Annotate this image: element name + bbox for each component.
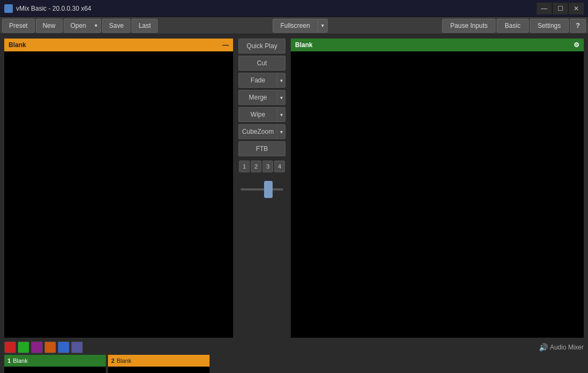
input-1-number: 1 xyxy=(7,357,11,364)
input-1-label-bar: 1 Blank xyxy=(4,355,106,367)
merge-arrow[interactable]: ▾ xyxy=(277,90,285,105)
fade-group: Fade ▾ xyxy=(238,73,285,88)
color-swatch-red[interactable] xyxy=(4,341,16,353)
cut-button[interactable]: Cut xyxy=(238,56,285,71)
window-controls: — ☐ ✕ xyxy=(537,3,584,14)
cubezoom-arrow[interactable]: ▾ xyxy=(277,124,285,139)
app-icon xyxy=(4,4,13,13)
right-menu-buttons: Pause Inputs Basic Settings ? xyxy=(442,19,586,33)
input-2-number: 2 xyxy=(111,357,114,364)
inputs-area: 1 Blank Close Quick Play Cut Loop 1 2 3 … xyxy=(0,355,588,373)
basic-button[interactable]: Basic xyxy=(497,19,528,33)
cubezoom-group: CubeZoom ▾ xyxy=(238,124,285,139)
pause-inputs-button[interactable]: Pause Inputs xyxy=(442,19,496,33)
chevron-down-icon: ▾ xyxy=(321,22,324,28)
preset-button[interactable]: Preset xyxy=(2,19,35,33)
wipe-group: Wipe ▾ xyxy=(238,107,285,122)
fullscreen-group: Fullscreen ▾ xyxy=(273,19,328,33)
fade-arrow[interactable]: ▾ xyxy=(277,73,285,88)
quick-play-button[interactable]: Quick Play xyxy=(238,39,285,54)
output-panel: Blank ⚙ xyxy=(289,34,588,340)
close-button[interactable]: ✕ xyxy=(569,3,584,14)
fullscreen-button[interactable]: Fullscreen xyxy=(273,19,318,33)
maximize-button[interactable]: ☐ xyxy=(553,3,568,14)
output-gear-icon[interactable]: ⚙ xyxy=(574,41,579,49)
input-clip-2: 2 Blank Close Quick Play Cut Loop 1 2 3 … xyxy=(108,355,210,373)
fullscreen-arrow[interactable]: ▾ xyxy=(318,19,328,33)
preview-label-bar: Blank — xyxy=(4,39,233,51)
color-swatch-purple[interactable] xyxy=(31,341,43,353)
open-arrow[interactable]: ▾ xyxy=(91,19,101,33)
input-1-screen xyxy=(4,367,106,373)
chevron-down-icon: ▾ xyxy=(280,129,283,135)
slider-thumb[interactable] xyxy=(264,181,273,198)
open-button[interactable]: Open xyxy=(64,19,93,33)
color-row xyxy=(4,341,83,353)
title-bar: vMix Basic - 20.0.0.30 x64 — ☐ ✕ xyxy=(0,0,588,17)
chevron-down-icon: ▾ xyxy=(95,22,97,28)
save-button[interactable]: Save xyxy=(102,19,130,33)
page-btn-3[interactable]: 3 xyxy=(262,161,273,172)
cubezoom-button[interactable]: CubeZoom xyxy=(238,124,277,139)
fade-button[interactable]: Fade xyxy=(238,73,277,88)
input-2-label: Blank xyxy=(117,357,131,364)
output-label-bar: Blank ⚙ xyxy=(291,39,584,51)
app-title: vMix Basic - 20.0.0.30 x64 xyxy=(16,5,537,12)
color-swatch-green[interactable] xyxy=(18,341,29,353)
color-swatch-dark-blue[interactable] xyxy=(71,341,83,353)
audio-mixer-label[interactable]: Audio Mixer xyxy=(550,344,584,351)
chevron-down-icon: ▾ xyxy=(280,95,283,101)
audio-mixer-row: 🔊 Audio Mixer xyxy=(539,343,584,352)
main-content: Blank — Quick Play Cut Fade ▾ Merge ▾ Wi… xyxy=(0,34,588,340)
ftb-button[interactable]: FTB xyxy=(238,141,285,156)
page-btn-2[interactable]: 2 xyxy=(251,161,261,172)
slider-track xyxy=(241,188,283,191)
preview-minimize-icon: — xyxy=(222,41,229,49)
merge-button[interactable]: Merge xyxy=(238,90,277,105)
preview-screen xyxy=(4,51,233,338)
output-label: Blank xyxy=(295,41,313,49)
input-clip-1: 1 Blank Close Quick Play Cut Loop 1 2 3 … xyxy=(4,355,106,373)
color-swatch-orange[interactable] xyxy=(44,341,56,353)
page-buttons: 1 2 3 4 xyxy=(239,161,285,172)
input-2-label-bar: 2 Blank xyxy=(108,355,210,367)
wipe-arrow[interactable]: ▾ xyxy=(277,107,285,122)
preview-label: Blank xyxy=(9,41,26,49)
center-controls: Quick Play Cut Fade ▾ Merge ▾ Wipe ▾ Cub… xyxy=(235,34,289,340)
merge-group: Merge ▾ xyxy=(238,90,285,105)
page-btn-1[interactable]: 1 xyxy=(239,161,250,172)
chevron-down-icon: ▾ xyxy=(280,78,283,83)
chevron-down-icon: ▾ xyxy=(280,112,283,118)
wipe-button[interactable]: Wipe xyxy=(238,107,277,122)
color-swatch-blue[interactable] xyxy=(58,341,69,353)
output-screen xyxy=(291,51,584,338)
speaker-icon: 🔊 xyxy=(539,343,548,352)
last-button[interactable]: Last xyxy=(131,19,158,33)
page-btn-4[interactable]: 4 xyxy=(274,161,285,172)
help-button[interactable]: ? xyxy=(570,19,586,33)
new-button[interactable]: New xyxy=(36,19,63,33)
input-2-screen xyxy=(108,367,210,373)
minimize-button[interactable]: — xyxy=(537,3,552,14)
input-1-label: Blank xyxy=(13,357,28,364)
settings-button[interactable]: Settings xyxy=(530,19,569,33)
menu-bar: Preset New Open ▾ Save Last Fullscreen ▾… xyxy=(0,17,588,34)
preview-panel: Blank — xyxy=(0,34,235,340)
